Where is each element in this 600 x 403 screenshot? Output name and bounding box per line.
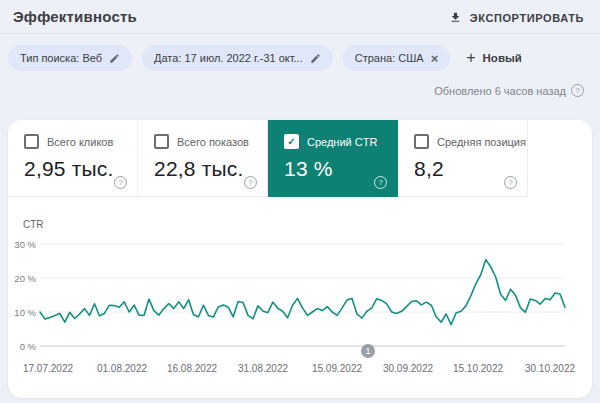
help-icon[interactable]: ? [571,84,584,97]
filter-bar: Тип поиска: Веб Дата: 17 июл. 2022 г.-31… [8,45,522,71]
x-tick-label: 17.07.2022 [23,363,73,374]
performance-panel: Всего кликов 2,95 тыс. ? Всего показов 2… [8,120,592,398]
new-filter-button[interactable]: + Новый [466,50,522,66]
y-tick-label: 30 % [14,239,36,250]
chart-pagination-dot[interactable]: 1 [361,344,375,358]
chip-country-label: Страна: США [355,52,424,64]
header-divider [0,33,600,34]
new-filter-label: Новый [483,52,522,64]
export-label: ЭКСПОРТИРОВАТЬ [470,12,584,24]
chip-search-type-label: Тип поиска: Веб [20,52,102,64]
edit-pencil-icon[interactable] [109,53,120,64]
x-tick-label: 31.08.2022 [238,363,288,374]
x-tick-label: 01.08.2022 [97,363,147,374]
chip-search-type[interactable]: Тип поиска: Веб [8,45,132,71]
x-tick-label: 16.08.2022 [167,363,217,374]
x-tick-label: 30.09.2022 [383,363,433,374]
updated-status: Обновлено 6 часов назад ? [434,84,584,97]
x-tick-label: 15.10.2022 [453,363,503,374]
updated-text: Обновлено 6 часов назад [434,85,566,97]
y-tick-label: 20 % [14,273,36,284]
x-tick-label: 15.09.2022 [312,363,362,374]
chip-date-range-label: Дата: 17 июл. 2022 г.-31 окт... [154,52,303,64]
ctr-line-chart[interactable]: 30 %20 %10 %0 % [8,120,592,398]
y-tick-label: 0 % [20,341,37,352]
close-icon[interactable]: × [431,52,439,65]
download-icon [449,11,462,24]
chip-country[interactable]: Страна: США × [343,45,450,71]
ctr-series-line [40,260,565,325]
edit-pencil-icon[interactable] [310,53,321,64]
x-tick-label: 30.10.2022 [525,363,575,374]
chip-date-range[interactable]: Дата: 17 июл. 2022 г.-31 окт... [142,45,333,71]
page-title: Эффективность [13,8,137,25]
plus-icon: + [466,50,475,66]
y-tick-label: 10 % [14,307,36,318]
export-button[interactable]: ЭКСПОРТИРОВАТЬ [449,11,584,24]
chart-x-axis-labels: 17.07.202201.08.202216.08.202231.08.2022… [8,363,592,377]
